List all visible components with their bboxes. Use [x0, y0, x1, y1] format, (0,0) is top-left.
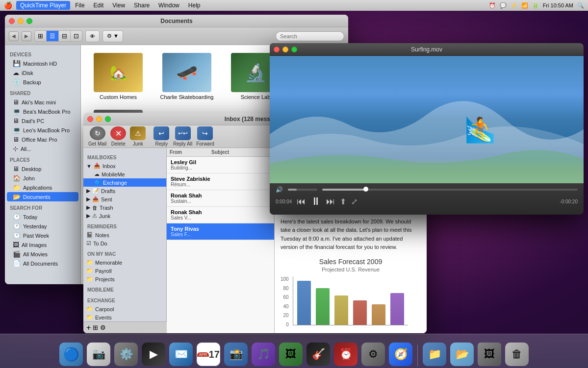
qt-play-pause-button[interactable]: ⏸ — [310, 195, 321, 208]
dock-item-garageband[interactable]: 🎸 — [306, 341, 331, 366]
sidebar-item-office-mac[interactable]: 🖥 Office Mac Pro — [7, 135, 78, 144]
menubar-view[interactable]: View — [108, 1, 129, 10]
finder-back-button[interactable]: ◀ — [9, 31, 19, 41]
mail-sidebar-events[interactable]: 📁 Events — [83, 313, 166, 321]
dock-item-mail[interactable]: 📷 — [86, 341, 111, 366]
dock-item-safari[interactable]: 🧭 — [388, 341, 413, 366]
menubar-app-name[interactable]: QuickTime Player — [16, 1, 70, 10]
dock-item-stacks-docs[interactable]: 📂 — [449, 341, 475, 366]
sidebar-item-beas-macbook[interactable]: 💻 Bea's MacBook Pro — [7, 107, 78, 116]
mail-row-lesley[interactable]: Lesley Gil Building... — [167, 157, 274, 173]
mail-sidebar-sent[interactable]: ▶ 📤 Sent — [83, 195, 166, 203]
mail-sidebar-memorable[interactable]: 📁 Memorable — [83, 258, 166, 267]
mail-row-ronak1[interactable]: Ronak Shah Sustain... — [167, 190, 274, 207]
get-mail-button[interactable]: ↻ Get Mail — [88, 126, 106, 147]
dock-item-timemachine[interactable]: ⏰ — [333, 341, 358, 366]
dock-item-calendar[interactable]: APR 17 — [196, 341, 221, 366]
mail-sidebar-drafts[interactable]: ▶ 📝 Drafts — [83, 187, 166, 195]
finder-list-view[interactable]: ☰ — [47, 31, 59, 41]
sidebar-item-john[interactable]: 🏠 John — [7, 173, 78, 183]
finder-search-input[interactable] — [276, 31, 344, 41]
menubar-share[interactable]: Share — [130, 1, 153, 10]
sidebar-item-idisk[interactable]: ☁ iDisk — [7, 68, 78, 77]
finder-coverflow-view[interactable]: ⊡ — [71, 31, 82, 41]
mail-sidebar-mobileme[interactable]: ☁ MobileMe — [83, 170, 166, 178]
dock-item-screen[interactable]: 🖼 — [477, 341, 502, 366]
qt-volume-slider[interactable] — [288, 189, 317, 191]
finder-icon-view[interactable]: ⊞ — [35, 31, 47, 41]
mail-sidebar-payroll[interactable]: 📁 Payroll — [83, 267, 166, 275]
mail-row-tony[interactable]: Tony Rivas Sales F... — [167, 223, 274, 240]
qt-fullscreen-button[interactable]: ⤢ — [351, 197, 358, 206]
mail-sidebar-notes[interactable]: 📓 Notes — [83, 231, 166, 239]
mail-sidebar-projects[interactable]: 📁 Projects — [83, 275, 166, 283]
finder-zoom-button[interactable] — [26, 18, 32, 24]
sidebar-item-all-movies[interactable]: 🎬 All Movies — [7, 249, 78, 259]
dock-item-mail-app[interactable]: ✉️ — [168, 341, 194, 366]
dock-item-finder[interactable]: 🔵 — [58, 341, 84, 366]
menubar-edit[interactable]: Edit — [90, 1, 108, 10]
sidebar-item-akis-mac[interactable]: 🖥 Aki's Mac mini — [7, 98, 78, 107]
mailbox-view-button[interactable]: ⊞ — [93, 324, 98, 331]
reply-all-button[interactable]: ↩↩ Reply All — [173, 126, 192, 147]
dock-item-quicktime[interactable]: ▶ — [141, 341, 166, 366]
sidebar-item-all-documents[interactable]: 📄 All Documents — [7, 259, 78, 268]
forward-label: Forward — [196, 141, 214, 147]
qt-progress-bar[interactable] — [322, 189, 578, 191]
sidebar-item-all-images[interactable]: 🖼 All Images — [7, 240, 78, 249]
dock-item-iphoto[interactable]: 📸 — [223, 341, 249, 366]
dock-item-stacks-apps[interactable]: 📁 — [422, 341, 447, 366]
junk-button[interactable]: ⚠ Junk — [130, 126, 146, 147]
finder-forward-button[interactable]: ▶ — [22, 31, 31, 41]
qt-close-button[interactable] — [274, 47, 280, 52]
sidebar-item-yesterday[interactable]: 🕐 Yesterday — [7, 221, 78, 231]
sidebar-item-applications[interactable]: 📁 Applications — [7, 183, 78, 192]
sidebar-item-documents[interactable]: 📂 Documents — [7, 192, 78, 201]
sidebar-item-leos-macbook[interactable]: 💻 Leo's MacBook Pro — [7, 125, 78, 135]
reply-button[interactable]: ↩ Reply — [153, 126, 169, 147]
dock-item-system-prefs[interactable]: ⚙️ — [113, 341, 139, 366]
mail-sidebar-exchange[interactable]: 🔷 Exchange — [83, 178, 166, 187]
sidebar-item-desktop[interactable]: 🖥 Desktop — [7, 164, 78, 173]
mail-row-ronak2[interactable]: Ronak Shah Sales V... — [167, 207, 274, 223]
delete-button[interactable]: ✕ Delete — [110, 126, 126, 147]
finder-preview-button[interactable]: 👁 — [85, 30, 100, 42]
finder-close-button[interactable] — [9, 18, 15, 24]
menubar-file[interactable]: File — [71, 1, 88, 10]
sidebar-item-dads-pc[interactable]: 🖥 Dad's PC — [7, 116, 78, 125]
qt-zoom-button[interactable] — [291, 47, 297, 52]
mail-sidebar-trash[interactable]: ▶ 🗑 Trash — [83, 203, 166, 212]
menu-search-icon[interactable]: 🔍 — [577, 2, 584, 9]
dock-item-itunes[interactable]: 🎵 — [251, 341, 276, 366]
sidebar-item-backup[interactable]: 💿 Backup — [7, 77, 78, 87]
mail-from-ronak1: Ronak Shah — [171, 193, 270, 198]
qt-minimize-button[interactable] — [282, 47, 288, 52]
finder-action-button[interactable]: ⚙ ▼ — [102, 30, 123, 42]
qt-share-button[interactable]: ⬆ — [340, 197, 346, 206]
add-mailbox-button[interactable]: + — [86, 323, 91, 332]
finder-minimize-button[interactable] — [18, 18, 24, 24]
file-item-charlie-skateboarding[interactable]: 🛹 Charlie Skateboarding — [157, 53, 216, 100]
qt-rewind-button[interactable]: ⏮ — [297, 196, 306, 207]
sidebar-item-past-week[interactable]: 🕐 Past Week — [7, 231, 78, 240]
mailbox-action-button[interactable]: ⚙ — [100, 324, 106, 331]
mail-sidebar-todo[interactable]: ☑ To Do — [83, 239, 166, 247]
menubar-help[interactable]: Help — [184, 1, 205, 10]
finder-column-view[interactable]: ⊟ — [59, 31, 71, 41]
forward-button[interactable]: ↪ Forward — [196, 126, 214, 147]
dock-item-trash[interactable]: 🗑 — [504, 341, 530, 366]
mail-row-steve[interactable]: Steve Zabriskie Résum... — [167, 173, 274, 190]
sidebar-item-macintosh-hd[interactable]: 💾 Macintosh HD — [7, 59, 78, 68]
sidebar-item-today[interactable]: 🕐 Today — [7, 212, 78, 221]
menubar-window[interactable]: Window — [154, 1, 183, 10]
dock-item-iphoto2[interactable]: 🖼 — [278, 341, 304, 366]
mail-sidebar-carpool[interactable]: 📁 Carpool — [83, 305, 166, 313]
qt-video-area[interactable]: 🏄 — [270, 56, 584, 183]
sidebar-item-all[interactable]: ⊹ All... — [7, 144, 78, 153]
qt-fast-forward-button[interactable]: ⏭ — [326, 196, 335, 207]
mail-sidebar-junk[interactable]: ▶ ⚠ Junk — [83, 212, 166, 220]
file-item-custom-homes[interactable]: 🏡 Custom Homes — [89, 53, 148, 100]
mail-sidebar-inbox[interactable]: ▼ 📥 Inbox — [83, 162, 166, 170]
dock-item-sysprefs2[interactable]: ⚙ — [360, 341, 386, 366]
apple-menu[interactable]: 🍎 — [4, 1, 12, 9]
